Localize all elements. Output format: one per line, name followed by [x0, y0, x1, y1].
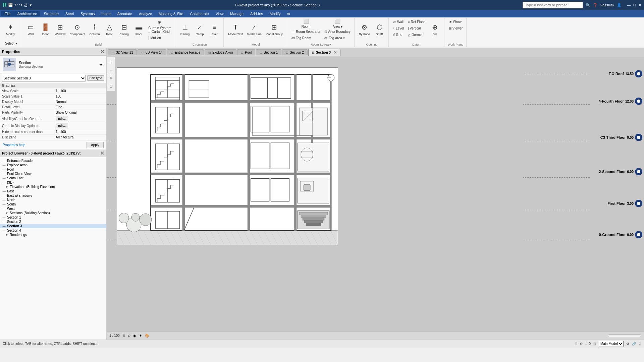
- select-dropdown[interactable]: Select ▾: [3, 40, 19, 46]
- minimize-button[interactable]: —: [627, 3, 631, 7]
- ribbon-btn-tag-room[interactable]: 🏷 Tag Room: [290, 35, 322, 41]
- statusbar-filter-icon[interactable]: ▽: [639, 342, 641, 346]
- menu-architecture[interactable]: Architecture: [14, 11, 41, 16]
- search-input[interactable]: [523, 2, 583, 8]
- maximize-button[interactable]: □: [633, 3, 636, 7]
- ribbon-btn-vertical[interactable]: | Vertical: [406, 25, 427, 31]
- menu-addins[interactable]: Add-Ins: [247, 11, 266, 16]
- search-icon[interactable]: 🔍: [586, 3, 590, 7]
- tree-item-west[interactable]: — West: [0, 206, 106, 211]
- menu-view[interactable]: View: [212, 11, 227, 16]
- properties-close[interactable]: ✕: [100, 49, 104, 54]
- ribbon-btn-ramp[interactable]: ⟋ Ramp: [193, 19, 207, 39]
- properties-help-link[interactable]: Properties help: [3, 143, 25, 147]
- tree-item-sections[interactable]: ▼ Sections (Building Section): [0, 211, 106, 215]
- pan-button[interactable]: ✥: [108, 75, 114, 81]
- ribbon-btn-curtain-system[interactable]: ⊞ Curtain System: [147, 19, 173, 28]
- menu-manage[interactable]: Manage: [227, 11, 247, 16]
- statusbar-icon2[interactable]: ⊙: [580, 342, 583, 346]
- ribbon-btn-area[interactable]: ⬜ Area ▾: [323, 19, 352, 28]
- tree-item-renderings[interactable]: ▼ Renderings: [0, 233, 106, 237]
- ribbon-btn-model-line[interactable]: ∕ Model Line: [245, 19, 263, 39]
- quick-access-more[interactable]: ▼: [29, 3, 33, 7]
- ribbon-btn-area-boundary[interactable]: ⊡ Area Boundary: [323, 28, 352, 35]
- tree-item-south[interactable]: — South: [0, 202, 106, 206]
- ribbon-btn-wall[interactable]: ▭ Wall: [24, 19, 38, 39]
- browser-close[interactable]: ✕: [100, 150, 104, 156]
- ribbon-btn-stair[interactable]: ≡ Stair: [207, 19, 221, 39]
- render-icon[interactable]: ◉: [133, 334, 136, 338]
- tree-item-south-east[interactable]: — South East: [0, 176, 106, 180]
- ribbon-btn-model-text[interactable]: T Model Text: [226, 19, 244, 39]
- tree-item-section4[interactable]: — Section 4: [0, 228, 106, 233]
- ribbon-btn-dormer[interactable]: △ Dormer: [406, 32, 427, 38]
- tree-item-east-shadows[interactable]: — East w/ shadows: [0, 193, 106, 198]
- fit-view-button[interactable]: ⊡: [108, 83, 114, 89]
- menu-contextual[interactable]: ⊕: [284, 11, 293, 17]
- menu-steel[interactable]: Steel: [62, 11, 77, 16]
- prop-selector[interactable]: Section: Section 3: [2, 75, 86, 81]
- tab-explode-axon[interactable]: ⊡ Explode Axon: [205, 49, 236, 55]
- tree-item-north[interactable]: — North: [0, 198, 106, 202]
- edit-type-button[interactable]: Edit Type: [87, 75, 104, 81]
- tree-item-explode-axon[interactable]: — Explode Axon: [0, 163, 106, 167]
- menu-analyze[interactable]: Analyze: [136, 11, 155, 16]
- apply-button[interactable]: Apply: [87, 142, 104, 148]
- quick-access-save[interactable]: 💾: [8, 3, 13, 7]
- ribbon-btn-set[interactable]: ⊕ Set: [428, 19, 442, 39]
- statusbar-link-icon[interactable]: 🔗: [632, 342, 636, 346]
- statusbar-icon1[interactable]: ⊞: [575, 342, 577, 346]
- menu-insert[interactable]: Insert: [98, 11, 114, 16]
- tab-entrance-facade[interactable]: ⊡ Entrance Facade: [167, 49, 204, 55]
- scale-icon[interactable]: ⊞: [122, 334, 125, 338]
- tab-section-2[interactable]: ⊡ Section 2: [282, 49, 308, 55]
- model-selector[interactable]: Main Model: [599, 341, 624, 347]
- zoom-out-button[interactable]: −: [108, 67, 114, 73]
- tree-item-section3[interactable]: — Section 3: [0, 224, 106, 228]
- viewport-canvas[interactable]: T.O Roof 13.50 4-Fourth Floor 12.00: [107, 57, 644, 331]
- menu-systems[interactable]: Systems: [77, 11, 98, 16]
- tab-section-1[interactable]: ⊡ Section 1: [256, 49, 281, 55]
- tab-pool[interactable]: ⊡ Pool: [237, 49, 255, 55]
- prop-type-dropdown[interactable]: ▾: [99, 63, 104, 67]
- statusbar-settings-icon[interactable]: ⚙: [626, 342, 629, 346]
- ribbon-btn-room[interactable]: ⬜ Room: [290, 19, 322, 28]
- menu-file[interactable]: File: [1, 11, 14, 16]
- menu-modify[interactable]: Modify: [266, 11, 284, 16]
- ribbon-btn-modify[interactable]: ✦ Modify: [3, 19, 17, 39]
- graphics-icon[interactable]: 🎨: [145, 334, 149, 338]
- ribbon-btn-railing[interactable]: ⊥ Railing: [178, 19, 192, 39]
- tree-item-section2[interactable]: — Section 2: [0, 220, 106, 224]
- help-icon[interactable]: ❓: [593, 3, 598, 7]
- menu-structure[interactable]: Structure: [40, 11, 62, 16]
- tab-3d-view-14[interactable]: ⬚ 3D View 14: [138, 49, 166, 55]
- ribbon-btn-tag-area[interactable]: 🏷 Tag Area ▾: [323, 35, 352, 41]
- ribbon-btn-column[interactable]: ⌇ Column: [88, 19, 102, 39]
- ribbon-btn-grid[interactable]: # Grid: [391, 32, 406, 38]
- menu-massing[interactable]: Massing & Site: [155, 11, 186, 16]
- ribbon-btn-roof[interactable]: △ Roof: [102, 19, 116, 39]
- ribbon-btn-level[interactable]: ⌇ Level: [391, 25, 406, 31]
- ribbon-btn-mullion[interactable]: | Mullion: [147, 35, 173, 41]
- vg-edit-button[interactable]: Edit...: [56, 116, 68, 121]
- ribbon-btn-by-face[interactable]: ⊗ By Face: [357, 19, 372, 39]
- sync-icon[interactable]: ⊙: [128, 334, 130, 338]
- graphic-display-edit-button[interactable]: Edit...: [56, 123, 68, 128]
- tree-item-3d[interactable]: — {3D}: [0, 180, 106, 185]
- ribbon-btn-viewer[interactable]: ⊞ Viewer: [447, 25, 464, 31]
- tree-item-elevations[interactable]: ▼ Elevations (Building Elevation): [0, 185, 106, 189]
- ribbon-btn-room-separator[interactable]: — Room Separator: [290, 28, 322, 35]
- zoom-in-button[interactable]: +: [108, 59, 114, 65]
- tab-section-3[interactable]: ⊡ Section 3 ✕: [308, 49, 340, 56]
- room-area-dd-arrow[interactable]: ▾: [329, 43, 331, 46]
- tab-3d-view-11[interactable]: ⬚ 3D View 11: [108, 49, 137, 55]
- quick-access-print[interactable]: 🖨: [24, 3, 28, 7]
- tab-section3-close[interactable]: ✕: [333, 50, 337, 55]
- tree-item-entrance-facade[interactable]: — Entrance Facade: [0, 159, 106, 163]
- ribbon-btn-component[interactable]: ⊙ Component: [68, 19, 87, 39]
- tree-item-section1[interactable]: — Section 1: [0, 215, 106, 220]
- ribbon-btn-shaft[interactable]: ⬡ Shaft: [372, 19, 386, 39]
- ribbon-btn-model-group[interactable]: ⊞ Model Group: [264, 19, 285, 39]
- ribbon-btn-datum-wall[interactable]: ▭ Wall: [391, 19, 406, 25]
- quick-access-redo[interactable]: ↪: [19, 3, 22, 7]
